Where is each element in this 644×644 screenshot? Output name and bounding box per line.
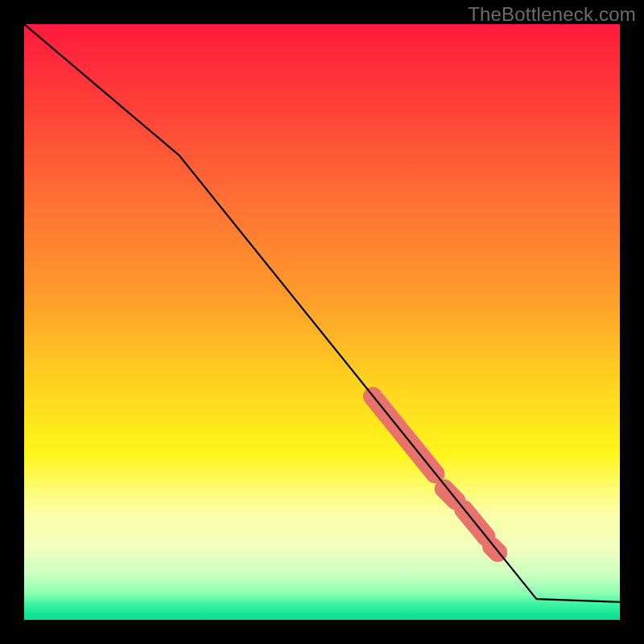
chart-stage: TheBottleneck.com [0,0,644,644]
plot-area [24,24,620,620]
watermark-text: TheBottleneck.com [468,3,636,26]
curve-layer [24,24,620,620]
main-curve-line [24,24,620,602]
